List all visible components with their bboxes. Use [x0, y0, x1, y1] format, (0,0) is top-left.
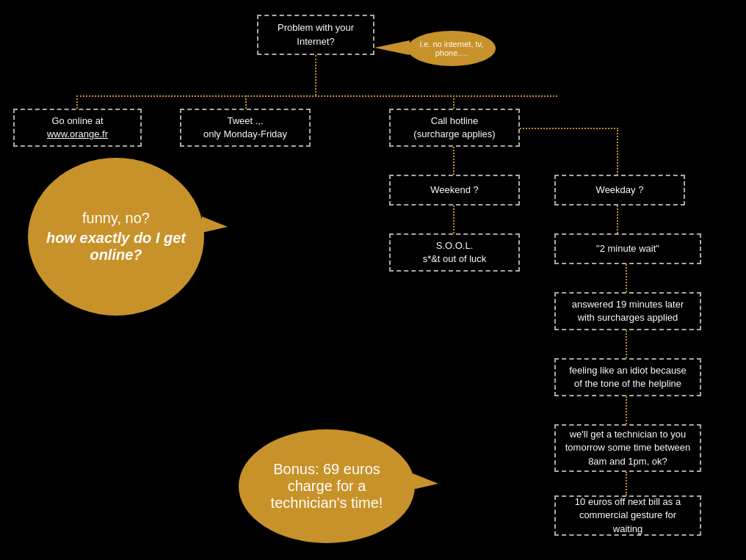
weekend-label: Weekend ? — [430, 183, 479, 197]
callout-bubble: i.e. no internet, tv, phone…. — [408, 31, 496, 66]
weekday-box: Weekday ? — [554, 175, 685, 206]
feeling-to-tech-v — [626, 396, 627, 424]
technician-visit-label: we'll get a technician to you tomorrow s… — [565, 428, 691, 468]
feeling-label: feeling like an idiot because of the ton… — [569, 364, 687, 390]
tweet-label: Tweet .,. only Monday-Friday — [203, 114, 287, 141]
weekend-to-sool-v — [453, 206, 455, 233]
go-online-url: www.orange.fr — [47, 128, 108, 141]
bonus-bubble: Bonus: 69 euros charge for a technician'… — [239, 429, 415, 543]
answered-label: answered 19 minutes later with surcharge… — [572, 298, 684, 324]
answered-box: answered 19 minutes later with surcharge… — [554, 292, 701, 330]
root-branch-h — [76, 95, 557, 97]
hotline-to-weekend-v — [453, 147, 455, 175]
branch-to-tweet-v — [245, 95, 247, 109]
root-to-branch-v — [315, 55, 316, 95]
callout-tail — [374, 40, 410, 55]
hotline-to-weekday-h — [520, 128, 615, 129]
weekend-box: Weekend ? — [389, 175, 520, 206]
weekday-label: Weekday ? — [596, 183, 644, 197]
weekday-to-2min-v — [617, 206, 618, 233]
two-min-box: "2 minute wait" — [554, 233, 701, 264]
call-hotline-box: Call hotline (surcharge applies) — [389, 109, 520, 147]
root-box: Problem with your Internet? — [257, 15, 374, 55]
tech-to-10euros-v — [626, 472, 627, 495]
root-label: Problem with your Internet? — [278, 21, 354, 48]
funny-line1: funny, no? — [82, 210, 150, 227]
call-hotline-label: Call hotline (surcharge applies) — [413, 114, 495, 141]
go-online-box: Go online at www.orange.fr — [13, 109, 142, 147]
sool-label: S.O.O.L. s*&t out of luck — [423, 239, 487, 266]
sool-box: S.O.O.L. s*&t out of luck — [389, 233, 520, 272]
technician-visit-box: we'll get a technician to you tomorrow s… — [554, 424, 701, 472]
funny-line2: how exactly do I get — [46, 230, 186, 247]
ten-euros-label: 10 euros off next bill as a commercial g… — [565, 495, 691, 536]
go-online-label1: Go online at — [51, 114, 103, 128]
two-min-label: "2 minute wait" — [596, 242, 659, 255]
bonus-text: Bonus: 69 euros charge for a technician'… — [271, 461, 383, 512]
2min-to-answered-v — [626, 264, 627, 292]
weekday-right-v — [617, 128, 618, 175]
ten-euros-box: 10 euros off next bill as a commercial g… — [554, 495, 701, 536]
funny-tail — [202, 217, 228, 233]
branch-to-online-v — [76, 95, 78, 109]
tweet-box: Tweet .,. only Monday-Friday — [180, 109, 311, 147]
answered-to-feeling-v — [626, 330, 627, 358]
funny-bubble: funny, no? how exactly do I get online? — [28, 158, 204, 316]
branch-to-call-v — [453, 95, 455, 109]
funny-line3: online? — [90, 247, 142, 263]
feeling-box: feeling like an idiot because of the ton… — [554, 358, 701, 396]
bonus-tail — [413, 473, 438, 490]
